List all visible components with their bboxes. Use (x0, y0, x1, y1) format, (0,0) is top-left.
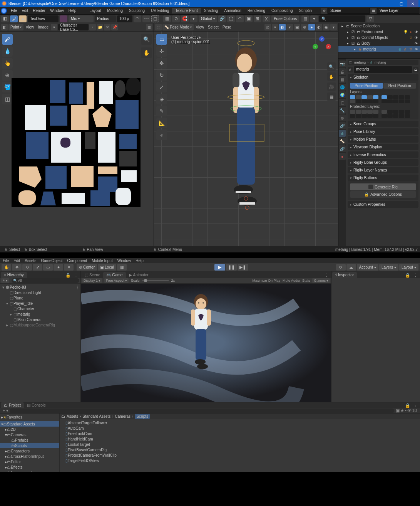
scale-tool-icon[interactable]: ⤢ (33, 264, 42, 271)
unlink-image-icon[interactable]: ✕ (104, 24, 110, 30)
brush-name-field[interactable]: TexDraw (28, 15, 59, 22)
link-icon[interactable]: 🔗 (218, 15, 226, 22)
tab-project[interactable]: 🗀 Project (1, 402, 24, 408)
workspace-animation[interactable]: Animation (221, 8, 244, 13)
sel-bounds-icon[interactable]: ▢ (151, 15, 159, 22)
u-menu-file[interactable]: File (2, 259, 10, 263)
menu-render[interactable]: Render (30, 8, 48, 13)
outliner-search-icon[interactable]: 🔍 (319, 15, 365, 22)
file-row[interactable]: ▯ TargetFieldOfView (60, 458, 420, 463)
menu-help[interactable]: Help (66, 8, 79, 13)
panel-ik[interactable]: Inverse Kinematics (348, 151, 418, 158)
tab-modifier-icon[interactable]: 🔧 (339, 107, 346, 114)
tab-physics-icon[interactable]: ⊚ (339, 114, 346, 121)
hierarchy-item[interactable]: ▢Plane (0, 295, 80, 301)
panel-rigify-buttons[interactable]: Rigify Buttons (348, 175, 418, 181)
scene-field[interactable]: Scene (328, 8, 370, 14)
folder-row[interactable]: ▸🗀 2D (0, 427, 59, 432)
zoom-icon[interactable]: 🔍 (141, 34, 152, 45)
proportional-falloff-icon[interactable]: ◠ (236, 15, 244, 22)
lock-icon[interactable]: 🔒 (403, 403, 412, 408)
outliner-item[interactable]: ▾☑🗀 Body 👁 (338, 40, 420, 46)
axis-gizmo[interactable]: Z Y X (313, 36, 331, 55)
protected-layers[interactable] (350, 110, 416, 118)
snap-grid-icon[interactable]: ▦ (163, 15, 171, 22)
menu-file[interactable]: File (8, 8, 19, 13)
tab-inspector[interactable]: ℹ Inspector (332, 272, 357, 278)
hierarchy-item[interactable]: ▾▢Player_Idle (0, 301, 80, 306)
file-row[interactable]: ▯ FreeLookCam (60, 431, 420, 436)
panel-rigify-layer-names[interactable]: Rigify Layer Names (348, 167, 418, 173)
account-dropdown[interactable]: Account ▾ (357, 264, 378, 271)
vp-menu-select[interactable]: Select (206, 25, 220, 29)
eye-icon[interactable]: 👁 (414, 41, 418, 46)
panel-skeleton[interactable]: Skeleton (348, 74, 418, 81)
u-menu-assets[interactable]: Assets (23, 259, 37, 263)
folder-row[interactable]: ▾🗀 Cameras (0, 432, 59, 437)
persp-ortho-icon[interactable]: ▦ (327, 92, 336, 101)
data-browse-icon[interactable]: ⋔ (348, 67, 353, 72)
mode-dropdown[interactable]: 🦴 Pose Mode ▾ (162, 24, 194, 30)
panel-rigify-bone-groups[interactable]: Rigify Bone Groups (348, 159, 418, 166)
brush-thumb-icon[interactable]: ● (19, 15, 27, 22)
rect-tool-icon[interactable]: ▭ (43, 264, 53, 271)
workspace-rendering[interactable]: Rendering (244, 8, 268, 13)
pan-view-icon[interactable]: ✋ (327, 72, 336, 81)
shade-dd-icon[interactable]: ▾ (330, 24, 337, 30)
hidden-icon-2[interactable]: 👁 (407, 408, 412, 413)
u-menu-help[interactable]: Help (134, 259, 145, 263)
scene-browse-icon[interactable]: ⛭ (321, 8, 327, 14)
outliner-item[interactable]: ▸☑🗀 Control Objects ▽👁 (338, 35, 420, 40)
aspect-dropdown[interactable]: Free Aspect ▾ (104, 278, 129, 283)
soften-tool-icon[interactable]: 💧 (2, 46, 13, 57)
vp-menu-pose[interactable]: Pose (221, 25, 233, 29)
snap-toggle-icon[interactable]: ▦ (117, 264, 127, 271)
draw-tool-icon[interactable]: 🖌 (2, 34, 13, 45)
cursor-tool-icon[interactable]: ✛ (156, 46, 167, 57)
pose-position-button[interactable]: Pose Position (350, 83, 383, 89)
pose-icon[interactable]: ⊕ (398, 47, 402, 52)
tab-render-icon[interactable]: 📷 (339, 61, 346, 67)
tab-armature-icon[interactable]: ⋔ (339, 130, 346, 137)
generate-rig-button[interactable]: Generate Rig (350, 183, 416, 190)
hierarchy-item[interactable]: ▢Main Camera (0, 317, 80, 322)
snap-icon[interactable]: 🧲 (181, 15, 189, 22)
pan-icon[interactable]: ✋ (141, 47, 152, 58)
hierarchy-item[interactable]: ▢Directional Light (0, 290, 80, 295)
select-tool-icon[interactable]: ▭ (156, 34, 167, 45)
hand-tool-icon[interactable]: ✋ (2, 264, 11, 271)
panel-custom-properties[interactable]: Custom Properties (348, 201, 418, 208)
shade-rendered-icon[interactable]: ◉ (323, 24, 330, 30)
create-dropdown[interactable]: + ▾ (2, 408, 10, 413)
proportional-icon[interactable]: ◯ (227, 15, 235, 22)
tab-animator[interactable]: ▶ Animator (126, 272, 152, 278)
rotate-tool-icon[interactable]: ↻ (22, 264, 32, 271)
clone-tool-icon[interactable]: ⊕ (2, 70, 13, 81)
layers-dropdown[interactable]: Layers ▾ (379, 264, 398, 271)
hierarchy-search[interactable]: 🔍 All (12, 278, 79, 283)
mute-toggle[interactable]: Mute Audio (283, 279, 300, 282)
folder-row[interactable]: ▸🗀 Effects (0, 464, 59, 470)
tab-object-icon[interactable]: ▢ (339, 99, 346, 106)
mask-tool-icon[interactable]: ◫ (2, 94, 13, 104)
search-filter-icon[interactable]: ▣ (396, 408, 400, 413)
open-image-icon[interactable]: 📁 (97, 24, 103, 30)
filter-dropdown-icon[interactable]: ▽ (366, 15, 374, 22)
stats-toggle[interactable]: Stats (302, 279, 310, 282)
panel-bone-groups[interactable]: Bone Groups (348, 121, 418, 127)
step-button[interactable]: ▶❚ (238, 264, 248, 271)
gizmo-dd-icon[interactable]: ▾ (286, 24, 293, 30)
u-menu-gameobject[interactable]: GameObject (40, 259, 64, 263)
tab-scene[interactable]: ⬚ Scene (82, 272, 103, 278)
camera-view-icon[interactable]: 🎥 (327, 82, 336, 91)
folder-row[interactable]: 🗀 Prefabs (0, 437, 59, 443)
menu-image[interactable]: Image (36, 25, 50, 29)
new-image-icon[interactable]: ▫ (89, 24, 96, 30)
tab-menu-icon[interactable]: ⋮ (412, 403, 419, 408)
workspace-layout[interactable]: Layout (86, 8, 104, 13)
uv-icon[interactable]: ⊞ (254, 15, 261, 22)
orientation-dropdown[interactable]: Global▾ (199, 15, 217, 22)
snap-type-icon[interactable]: ▾ (190, 15, 197, 22)
scale-slider[interactable] (142, 280, 169, 281)
tab-menu-icon[interactable]: ⋮ (412, 273, 419, 278)
